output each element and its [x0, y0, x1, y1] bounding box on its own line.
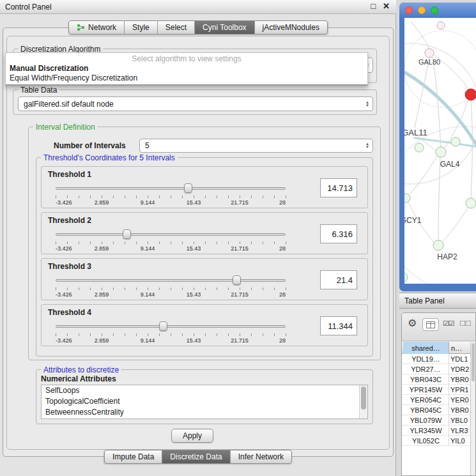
list-item-topologicalcoefficient[interactable]: TopologicalCoefficient	[42, 396, 367, 407]
cell-name[interactable]: YDR2	[450, 364, 472, 374]
node-hap2[interactable]	[433, 240, 443, 250]
cell-name[interactable]: YBR0	[450, 374, 472, 385]
slider-track[interactable]	[56, 279, 286, 282]
table-row[interactable]: YLR345W YLR3	[402, 426, 472, 436]
threshold-1-value-field[interactable]: 14.713	[320, 178, 357, 197]
cell-shared-name[interactable]: YDL19…	[403, 354, 449, 364]
table-row[interactable]: YDR27… YDR2	[402, 364, 472, 374]
table-row[interactable]: YER054C YER0	[402, 395, 472, 405]
slider-track[interactable]	[56, 325, 286, 328]
slider-thumb[interactable]	[123, 229, 131, 239]
node-gal80[interactable]	[425, 49, 434, 58]
unselect-all-checkboxes-icon[interactable]: ☐☐	[459, 319, 471, 328]
threshold-4-slider[interactable]	[56, 321, 286, 332]
close-icon[interactable]: ✕	[383, 1, 390, 11]
slider-scale: -3.426 2.859 9.144 15.43 21.715 28	[56, 291, 286, 298]
table-row[interactable]: YBR045C YBR0	[402, 405, 472, 415]
cell-name[interactable]: YIL0	[450, 436, 472, 446]
table-row[interactable]: YIL052C YIL0	[402, 436, 472, 446]
threshold-1-slider[interactable]	[56, 183, 286, 194]
edge[interactable]	[415, 58, 429, 128]
table-row[interactable]: YPR145W YPR1	[402, 385, 472, 395]
tab-jactivemnodules[interactable]: jActiveMNodules	[255, 21, 327, 34]
slider-thumb[interactable]	[159, 321, 167, 331]
scale-label: 15.43	[187, 245, 201, 252]
cell-name[interactable]: YPR1	[450, 385, 472, 395]
gear-icon[interactable]: ⚙	[408, 317, 417, 329]
cell-name[interactable]: YBR0	[450, 405, 472, 415]
table-data-combo[interactable]: galFiltered.sif default node ▲▼	[18, 96, 373, 111]
columns-icon	[426, 321, 435, 328]
scale-label: 28	[279, 199, 286, 206]
slider-scale: -3.426 2.859 9.144 15.43 21.715 28	[56, 245, 286, 252]
table-row[interactable]: YDL19… YDL1	[402, 354, 472, 364]
threshold-4-value-field[interactable]: 11.344	[320, 316, 357, 335]
threshold-3-value-field[interactable]: 21.4	[320, 270, 357, 289]
apply-button[interactable]: Apply	[171, 429, 213, 443]
edge[interactable]	[433, 57, 441, 147]
slider-thumb[interactable]	[184, 183, 192, 193]
network-canvas[interactable]: GAL80 GAL11 GAL4 GCY1 HAP2	[404, 18, 476, 284]
zoom-traffic-light-icon[interactable]	[431, 6, 438, 14]
node[interactable]	[437, 22, 445, 29]
edge[interactable]	[408, 156, 437, 196]
column-header-shared-name[interactable]: shared…	[403, 342, 449, 354]
table-scrollbar[interactable]	[470, 342, 475, 476]
node[interactable]	[415, 143, 424, 152]
node[interactable]	[466, 198, 476, 208]
table-row[interactable]: YBL079W YBL0	[402, 415, 472, 426]
scrollbar-thumb[interactable]	[361, 387, 366, 410]
cell-name[interactable]: YBL0	[450, 415, 472, 426]
slider-track[interactable]	[56, 187, 286, 190]
slider-track[interactable]	[56, 233, 286, 236]
node-gal4[interactable]	[436, 147, 446, 157]
cell-shared-name[interactable]: YLR345W	[403, 426, 449, 436]
threshold-3-slider[interactable]	[56, 275, 286, 286]
tab-network[interactable]: Network	[69, 21, 125, 34]
number-of-intervals-combo[interactable]: 5 ▲▼	[139, 139, 373, 153]
cell-name[interactable]: YDL1	[450, 354, 472, 364]
cell-shared-name[interactable]: YPR145W	[403, 385, 449, 395]
threshold-2-slider[interactable]	[56, 229, 286, 240]
cell-shared-name[interactable]: YBL079W	[403, 415, 449, 426]
float-window-icon[interactable]: □	[371, 1, 376, 11]
numerical-attributes-label: Numerical Attributes	[41, 374, 116, 383]
scale-label: 9.144	[141, 291, 155, 298]
edge[interactable]	[438, 157, 440, 240]
cell-shared-name[interactable]: YER054C	[403, 395, 449, 405]
tab-cyni-toolbox[interactable]: Cyni Toolbox	[195, 21, 254, 34]
tab-style[interactable]: Style	[125, 21, 158, 34]
show-columns-button[interactable]	[422, 318, 439, 331]
cell-shared-name[interactable]: YBR045C	[403, 405, 449, 415]
tab-select[interactable]: Select	[158, 21, 195, 34]
node-gcy1[interactable]	[404, 194, 410, 203]
close-traffic-light-icon[interactable]	[405, 6, 413, 14]
cell-shared-name[interactable]: YBR043C	[403, 374, 449, 385]
node[interactable]	[451, 137, 460, 146]
node-selected-red[interactable]	[465, 89, 476, 100]
network-window-titlebar[interactable]	[399, 3, 476, 18]
tab-impute-data[interactable]: Impute Data	[105, 450, 162, 463]
numerical-attributes-list[interactable]: SelfLoops TopologicalCoefficient Between…	[41, 385, 368, 419]
node[interactable]	[404, 273, 408, 282]
cell-shared-name[interactable]: YDR27…	[403, 364, 449, 374]
dropdown-option-equal-width-frequency[interactable]: Equal Width/Frequency Discretization	[6, 73, 367, 82]
threshold-2-value-field[interactable]: 6.316	[320, 224, 357, 243]
scrollbar-thumb[interactable]	[472, 343, 475, 381]
edge[interactable]	[442, 207, 468, 242]
tab-infer-network[interactable]: Infer Network	[231, 450, 291, 463]
highlighted-edge[interactable]	[415, 138, 476, 147]
cell-shared-name[interactable]: YIL052C	[403, 436, 449, 446]
select-all-checkboxes-icon[interactable]: ☑☑	[443, 319, 454, 328]
table-row[interactable]: YBR043C YBR0	[402, 374, 472, 385]
slider-thumb[interactable]	[233, 275, 241, 285]
list-item-betweennesscentrality[interactable]: BetweennessCentrality	[42, 407, 367, 418]
list-item-selfloops[interactable]: SelfLoops	[42, 385, 367, 396]
cell-name[interactable]: YER0	[450, 395, 472, 405]
cell-name[interactable]: YLR3	[450, 426, 472, 436]
minimize-traffic-light-icon[interactable]	[418, 6, 426, 14]
tab-discretize-data[interactable]: Discretize Data	[162, 450, 230, 463]
dropdown-option-manual-discretization[interactable]: Manual Discretization	[6, 63, 367, 73]
column-header-name[interactable]: n…	[449, 342, 472, 354]
list-scrollbar[interactable]	[359, 385, 367, 418]
